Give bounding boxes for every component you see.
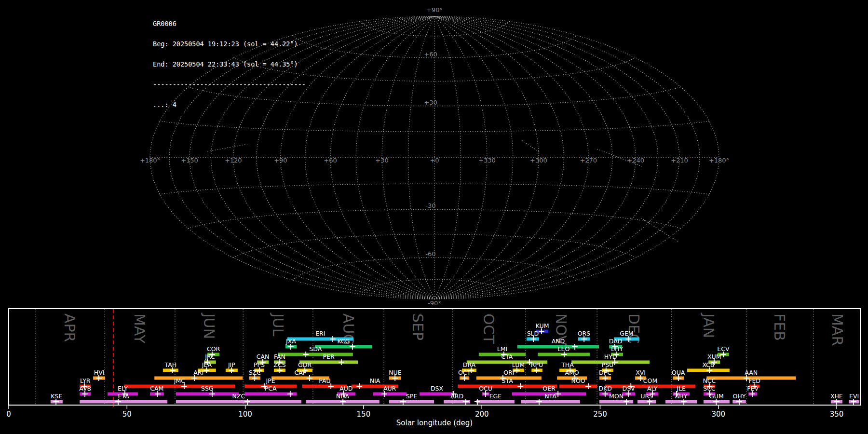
shower-label-ECV: ECV: [717, 345, 730, 353]
month-label: MAY: [131, 313, 148, 344]
shower-label-ORI: ORI: [503, 369, 514, 376]
shower-label-ARD: ARD: [450, 393, 463, 400]
shower-bar-SSG: [176, 393, 239, 396]
shower-label-STA: STA: [502, 377, 514, 384]
x-tick-label: 100: [238, 410, 252, 419]
x-tick-label: 150: [357, 410, 371, 419]
shower-label-XCB: XCB: [702, 361, 714, 368]
sky-lon-label: +210: [671, 157, 688, 164]
sky-lon-label: +0: [430, 157, 439, 164]
shower-label-ORS: ORS: [578, 330, 591, 337]
shower-label-JMC: JMC: [174, 377, 185, 384]
shower-label-JIP: JIP: [228, 361, 235, 368]
shower-label-AVB: AVB: [79, 385, 91, 392]
shower-label-COM: COM: [643, 377, 657, 384]
sky-lat-label: +60: [424, 51, 437, 58]
sky-lon-label: +60: [324, 157, 337, 164]
shower-label-XHE: XHE: [830, 393, 843, 400]
shower-label-MON: MON: [609, 393, 624, 400]
shower-label-OCT: OCT: [458, 369, 471, 376]
shower-label-LMI: LMI: [497, 345, 507, 353]
shower-label-NTA: NTA: [544, 393, 556, 400]
shower-label-SDA: SDA: [309, 345, 322, 353]
shower-label-FEV: FEV: [747, 385, 759, 392]
month-label: OCT: [480, 313, 497, 344]
shower-bar-NTA: [521, 400, 580, 404]
shower-label-CAM: CAM: [150, 385, 163, 392]
meteor-trail: [207, 144, 247, 151]
sky-lon-label: +150: [181, 157, 198, 164]
shower-bar-AUR: [373, 393, 407, 396]
shower-label-TAH: TAH: [164, 361, 177, 368]
month-label: JUL: [270, 312, 286, 337]
shower-label-ERI: ERI: [315, 330, 325, 337]
sky-lon-label: +90: [274, 157, 287, 164]
begin-time-line: Beg: 20250504 19:12:23 (sol = 44.22°): [153, 41, 306, 47]
x-tick-label: 50: [122, 410, 132, 419]
shower-label-CAN: CAN: [257, 353, 270, 360]
shower-label-ETA: ETA: [118, 393, 130, 400]
shower-peak-marker-EGE: [475, 399, 480, 405]
shower-peak-marker-ERI: [330, 336, 336, 342]
shower-bar-SDA: [278, 353, 353, 356]
shower-label-DSV: DSV: [623, 385, 636, 392]
shower-label-GEM: GEM: [620, 330, 633, 337]
shower-bar-ETA: [80, 400, 167, 404]
shower-label-ZCS: ZCS: [273, 361, 285, 368]
x-tick-label: 0: [6, 410, 11, 419]
shower-label-KCG: KCG: [337, 338, 350, 345]
shower-label-SSG: SSG: [201, 385, 214, 392]
end-time-line: End: 20250504 22:33:43 (sol = 44.35°): [153, 61, 306, 68]
shower-label-PCA: PCA: [265, 385, 277, 392]
shower-peak-marker-ARD: [463, 399, 469, 405]
shower-label-ARI: ARI: [193, 369, 203, 376]
shower-label-DAD: DAD: [609, 338, 623, 345]
month-label: JAN: [700, 312, 717, 338]
shower-label-SCC: SCC: [703, 385, 716, 392]
shower-bar-NZC: [176, 400, 301, 404]
sky-lon-label: +180°: [709, 157, 729, 164]
shower-peak-marker-NOO: [585, 383, 591, 389]
shower-label-SLD: SLD: [527, 330, 539, 337]
shower-label-LUM: LUM: [512, 361, 525, 368]
shower-label-ALY: ALY: [647, 385, 658, 392]
shower-label-KUM: KUM: [536, 322, 549, 329]
sky-lon-label: +240: [627, 157, 644, 164]
shower-peak-marker-NZC: [244, 399, 250, 405]
shower-label-OCU: OCU: [479, 385, 492, 392]
shower-label-XUM: XUM: [707, 353, 721, 360]
shower-peak-marker-MON: [624, 399, 629, 405]
shower-bar-KCG: [315, 345, 372, 349]
shower-label-DRA: DRA: [463, 361, 476, 368]
shower-label-PSU: PSU: [602, 361, 614, 368]
shower-label-NUE: NUE: [389, 369, 401, 376]
shower-label-AAN: AAN: [745, 369, 758, 376]
shower-label-LEO: LEO: [558, 345, 570, 353]
shower-label-PAU: PAU: [319, 377, 330, 384]
shower-label-COR: COR: [207, 345, 220, 353]
sky-grid-parallel: [292, 258, 577, 280]
sky-lat-label: -30: [425, 202, 435, 209]
shower-peak-marker-NIA: [356, 383, 362, 389]
shower-bar-SPE: [389, 400, 434, 404]
shower-label-THA: THA: [561, 361, 574, 368]
shower-label-DSX: DSX: [431, 385, 444, 392]
shower-label-GDR: GDR: [298, 361, 312, 368]
shower-bar-EGE: [476, 400, 515, 404]
shower-label-EGE: EGE: [489, 393, 502, 400]
shower-label-AND: AND: [552, 338, 565, 345]
shower-bar-ARI: [154, 377, 243, 380]
shower-label-RPU: RPU: [531, 361, 543, 368]
shower-label-AUR: AUR: [383, 385, 396, 392]
info-block: GR0006 Beg: 20250504 19:12:23 (sol = 44.…: [153, 7, 306, 122]
sky-lon-label: +270: [580, 157, 597, 164]
x-tick-label: 350: [830, 410, 844, 419]
shower-peak-marker-NTA: [536, 399, 542, 405]
station-id: GR0006: [153, 20, 306, 27]
month-label: APR: [61, 313, 78, 342]
shower-label-NOO: NOO: [571, 377, 585, 384]
shower-label-DPC: DPC: [599, 369, 611, 376]
sky-lon-label: +120: [225, 157, 242, 164]
x-tick-label: 250: [593, 410, 607, 419]
x-axis-title: Solar longitude (deg): [396, 419, 473, 427]
